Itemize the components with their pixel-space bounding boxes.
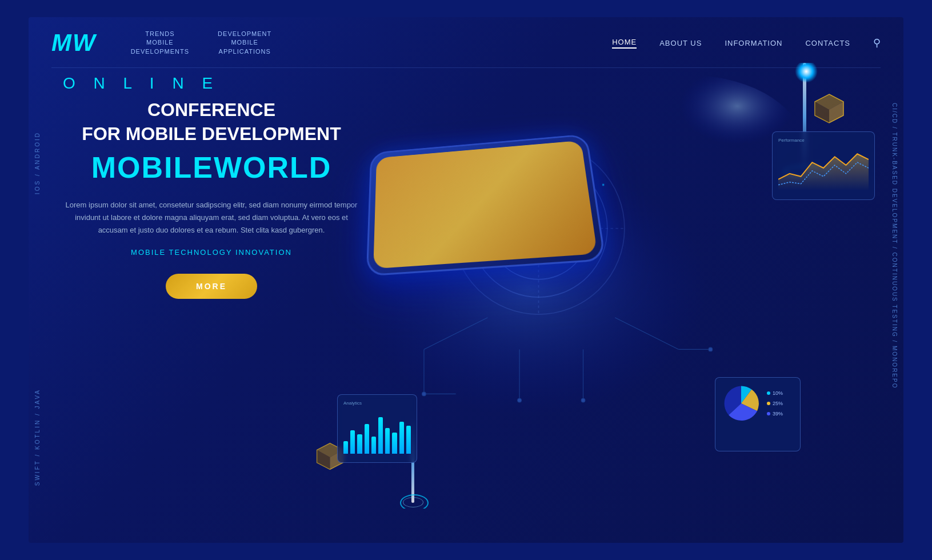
header: MW TRENDS MOBILE DEVELOPMENTS DEVELOPMEN… [29, 17, 903, 69]
bar-6 [378, 417, 383, 454]
logo[interactable]: MW [51, 29, 97, 57]
svg-point-12 [581, 398, 585, 402]
beam-ring-bottom-inner [403, 497, 423, 507]
panel-line-chart: Performance [772, 131, 875, 200]
panel-bar-chart: Analytics [337, 394, 417, 463]
line-chart-svg [778, 145, 869, 191]
svg-point-11 [518, 398, 522, 402]
bar-9 [399, 422, 404, 454]
svg-point-10 [709, 347, 713, 351]
side-text-cicd: CI/CD / TRUNK-BASED DEVELOPMENT / CONTIN… [891, 103, 898, 389]
side-text-ios-android: IOS / ANDROID [34, 131, 41, 194]
iso-cube-topright [812, 91, 846, 128]
bar-5 [371, 437, 376, 454]
phone-body [366, 134, 606, 276]
pie-legend: 10% 25% 39% [767, 388, 783, 419]
bar-4 [365, 424, 369, 454]
svg-rect-29 [602, 184, 604, 186]
bar-10 [406, 426, 411, 454]
hero-illustration: Analytics Performance [280, 63, 886, 509]
bar-7 [385, 428, 390, 454]
nav-item-trends[interactable]: TRENDS MOBILE DEVELOPMENTS [131, 30, 189, 56]
bar-8 [392, 433, 397, 454]
bar-1 [343, 441, 348, 454]
more-button[interactable]: MORE [166, 274, 257, 299]
nav-information[interactable]: INFORMATION [725, 39, 782, 47]
main-container: MW TRENDS MOBILE DEVELOPMENTS DEVELOPMEN… [29, 17, 903, 543]
svg-line-5 [615, 318, 678, 350]
nav-home[interactable]: HOME [612, 38, 637, 49]
svg-marker-39 [778, 154, 869, 190]
bar-chart [343, 408, 411, 454]
side-text-swift: SWIFT / KOTLIN / JAVA [34, 389, 41, 486]
svg-line-2 [424, 318, 487, 350]
nav-item-development[interactable]: DEVELOPMENT MOBILE APPLICATIONS [218, 30, 271, 56]
nav-right: HOME ABOUT US INFORMATION CONTACTS ⚲ [612, 37, 881, 49]
panel-pie-chart: 10% 25% 39% [715, 377, 801, 451]
svg-point-9 [422, 392, 426, 396]
bar-3 [357, 434, 362, 454]
nav-contacts[interactable]: CONTACTS [805, 39, 850, 47]
bar-2 [350, 430, 355, 454]
pie-svg [721, 383, 761, 423]
search-icon[interactable]: ⚲ [873, 37, 881, 49]
phone-screen [373, 141, 597, 269]
nav-about[interactable]: ABOUT US [659, 39, 702, 47]
nav-left: TRENDS MOBILE DEVELOPMENTS DEVELOPMENT M… [131, 30, 613, 56]
pie-chart-container: 10% 25% 39% [721, 383, 794, 423]
